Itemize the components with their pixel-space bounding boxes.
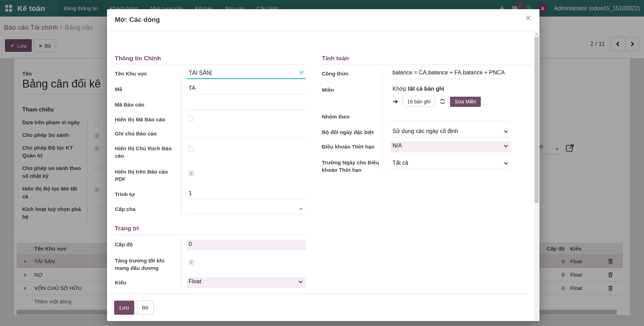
field-tang-truong: Tăng trưởng tốt khi mang dấu dương ✓ [115,255,306,276]
select-chevron-icon [504,143,508,147]
modal-header: Mở: Các dòng × [107,9,539,32]
field-truong-ngay: Trường Ngày cho Điều khoản Thời hạn Tất … [322,157,532,179]
truong-ngay-select[interactable]: Tất cả [390,159,511,169]
cap-cha-input[interactable] [187,204,306,215]
section-main-info: Thông tin Chính [115,55,306,65]
checkbox[interactable]: ✓ [189,146,194,152]
field-cap-do: Cấp độ 0 [115,239,306,251]
field-nhom-theo: Nhóm theo [322,111,532,123]
cong-thuc-input[interactable]: balance = CA.balance + FA.balance + PNCA [390,68,511,79]
close-icon[interactable]: × [525,13,531,23]
trinh-tu-input[interactable]: 1 [187,189,306,199]
scrollbar-thumb[interactable] [534,37,539,203]
field-ma: Mã TA [115,84,306,97]
nhom-theo-input[interactable] [390,111,511,121]
section-computation: Tính toán [322,55,532,65]
section-decoration: Trang trí [115,225,306,235]
field-hien-thi-chu-thich: Hiển thị Chú thích Báo cáo ✓ [115,143,306,164]
refresh-icon[interactable] [439,98,445,104]
dropdown-caret-icon[interactable] [299,208,303,210]
field-kieu: Kiểu Float [115,275,306,289]
arrow-right-icon: ➜ [392,98,398,105]
domain-records-row: ➜ 16 bản ghi Sửa Miền [322,97,532,109]
field-cap-cha: Cấp cha [115,204,306,217]
field-ma-bao-cao: Mã Báo cáo [115,99,306,111]
modal-discard-button[interactable]: Bỏ [137,301,154,315]
ma-bao-cao-input[interactable] [187,99,306,110]
field-trinh-tu: Trình tự 1 [115,189,306,201]
select-chevron-icon [504,161,508,164]
domain-match-text: Khớp tất cả bản ghi [390,85,511,95]
modal-title: Mở: Các dòng [115,16,160,24]
cap-do-input[interactable]: 0 [187,240,306,250]
field-hien-thi-ma-bao-cao: Hiển thị Mã Báo cáo ✓ [115,114,306,126]
checkbox[interactable]: ✓ [189,260,194,265]
screen: Kế toán Bảng thông tin Khách hàng Nhà cu… [0,0,644,326]
checkbox[interactable]: ✓ [189,115,194,121]
field-cong-thuc: Công thức balance = CA.balance + FA.bala… [322,68,532,81]
field-mien: Miền Khớp tất cả bản ghi [322,85,532,95]
field-dieu-khoan: Điều khoản Thời hạn N/A [322,141,532,154]
select-chevron-icon [299,279,302,283]
modal-save-button[interactable]: Lưu [114,301,134,315]
text-cursor [211,70,211,76]
modal-scrollbar[interactable]: ▲ [534,32,539,321]
edit-domain-button[interactable]: Sửa Miền [450,97,481,107]
field-ghi-chu-bao-cao: Ghi chú Báo cáo [115,128,306,139]
ten-khu-vuc-input[interactable]: TÀI SẢNVI [187,68,306,79]
modal-footer: Lưu Bỏ [107,294,539,321]
scrollbar-up-arrow-icon[interactable]: ▲ [534,32,539,35]
ghi-chu-input[interactable] [187,128,306,138]
ma-input[interactable]: TA [187,84,306,95]
open-lines-modal: Mở: Các dòng × Thông tin Chính Tên Khu v… [107,9,539,321]
records-count-button[interactable]: 16 bản ghi [403,97,435,107]
select-chevron-icon [504,129,508,133]
field-ten-khu-vuc: Tên Khu vực TÀI SẢNVI [115,68,306,81]
field-bo-doi-ngay: Bộ đổi ngày đặc biệt Sử dụng các ngày cố… [322,127,532,140]
bo-doi-ngay-select[interactable]: Sử dụng các ngày cố định [390,127,511,138]
checkbox[interactable]: ✓ [189,171,194,176]
kieu-select[interactable]: Float [187,277,306,288]
field-hien-thi-pdf: Hiển thị trên Báo cáo PDF ✓ [115,167,306,188]
dieu-khoan-select[interactable]: N/A [390,141,511,152]
translation-badge[interactable]: VI [299,70,303,75]
